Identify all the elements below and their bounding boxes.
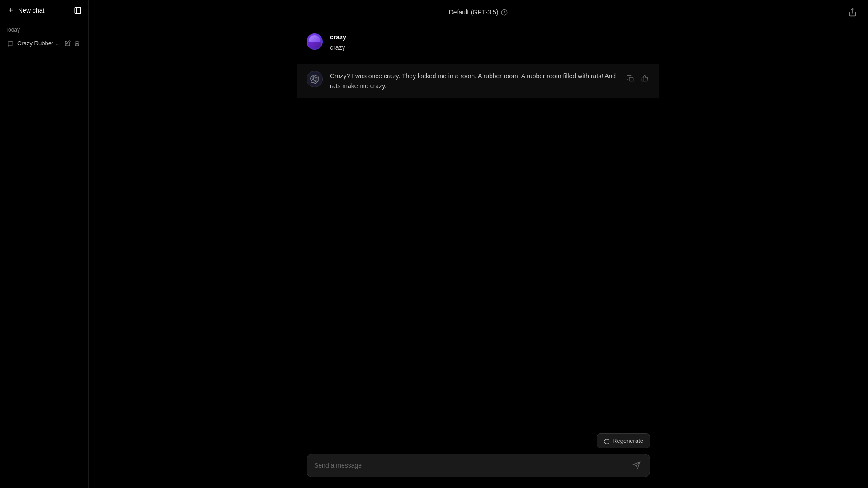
- chat-list-item[interactable]: Crazy Rubber Room S...: [2, 36, 86, 51]
- toggle-sidebar-icon: [74, 6, 82, 14]
- openai-icon: [310, 75, 319, 84]
- sidebar: + New chat Today Crazy Rubber Room S...: [0, 0, 89, 488]
- user-message-text: crazy: [330, 43, 650, 52]
- main-content: Default (GPT-3.5): [89, 0, 868, 488]
- chat-icon: [7, 39, 14, 47]
- thumbs-up-icon: [641, 75, 648, 82]
- user-message-content: crazy crazy: [330, 33, 650, 52]
- chat-actions: [64, 39, 81, 47]
- regenerate-wrapper: Regenerate: [307, 433, 650, 448]
- ai-message: Crazy? I was once crazy. They locked me …: [297, 64, 659, 99]
- input-area: Regenerate: [89, 426, 868, 488]
- new-chat-button[interactable]: + New chat: [4, 4, 71, 17]
- copy-button[interactable]: [625, 73, 636, 84]
- delete-chat-button[interactable]: [73, 39, 81, 47]
- ai-avatar: [307, 71, 323, 87]
- section-today-label: Today: [0, 21, 88, 35]
- model-info-icon[interactable]: [501, 8, 508, 16]
- plus-icon: +: [7, 7, 14, 14]
- send-button[interactable]: [631, 460, 642, 471]
- share-icon: [848, 8, 857, 17]
- user-sender-name: crazy: [330, 33, 650, 41]
- trash-icon: [74, 40, 80, 46]
- ai-message-content: Crazy? I was once crazy. They locked me …: [330, 71, 618, 91]
- send-icon: [632, 461, 641, 469]
- sidebar-toggle-button[interactable]: [71, 4, 85, 17]
- message-input-wrapper: [307, 454, 650, 477]
- user-message: crazy crazy: [307, 33, 650, 52]
- model-name: Default (GPT-3.5): [449, 9, 499, 16]
- chat-title: Crazy Rubber Room S...: [17, 40, 64, 47]
- main-header: Default (GPT-3.5): [89, 0, 868, 24]
- user-avatar: [307, 33, 323, 50]
- edit-icon: [65, 40, 71, 46]
- sidebar-header: + New chat: [0, 0, 88, 21]
- new-chat-label: New chat: [18, 7, 44, 14]
- svg-rect-6: [629, 77, 633, 81]
- regenerate-button[interactable]: Regenerate: [597, 433, 650, 448]
- ai-message-text: Crazy? I was once crazy. They locked me …: [330, 71, 618, 91]
- model-selector[interactable]: Default (GPT-3.5): [449, 8, 508, 16]
- message-group: crazy crazy Crazy? I was once crazy. The…: [297, 33, 659, 98]
- thumbs-up-button[interactable]: [639, 73, 650, 84]
- ai-message-actions: [625, 71, 650, 84]
- svg-rect-0: [75, 7, 81, 14]
- share-button[interactable]: [846, 5, 859, 19]
- regenerate-label: Regenerate: [613, 437, 643, 444]
- chat-area: crazy crazy Crazy? I was once crazy. The…: [89, 24, 868, 426]
- regenerate-icon: [604, 438, 610, 444]
- message-input[interactable]: [314, 462, 631, 469]
- copy-icon: [627, 75, 634, 82]
- rename-chat-button[interactable]: [64, 39, 71, 47]
